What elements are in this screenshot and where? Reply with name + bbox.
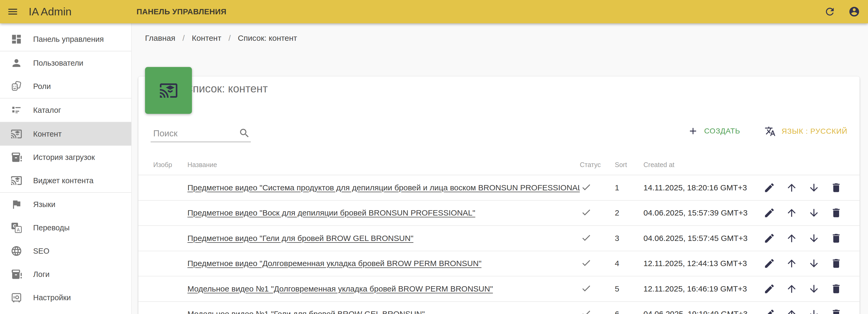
content-item-link[interactable]: Предметное видео "Воск для депиляции бро… [187, 208, 475, 217]
delete-icon [830, 257, 842, 269]
cell-name: Предметное видео "Гели для бровей BROW G… [187, 234, 580, 243]
breadcrumb: Главная/Контент/Список: контент [145, 34, 297, 43]
masks-icon [10, 80, 22, 92]
delete-button[interactable] [830, 283, 842, 295]
sidebar-item-seo[interactable]: SEO [0, 239, 131, 263]
sidebar-menu: Панель управления Пользователи Роли Ката… [0, 23, 131, 309]
move-down-button[interactable] [808, 257, 820, 269]
sidebar-item-users[interactable]: Пользователи [0, 51, 131, 75]
sidebar-item-label: Настройки [33, 293, 71, 302]
delete-button[interactable] [830, 207, 842, 219]
translate-icon [765, 126, 776, 137]
delete-icon [830, 182, 842, 194]
move-up-button[interactable] [786, 283, 798, 295]
edit-button[interactable] [764, 308, 775, 314]
sidebar-item-label: Переводы [33, 223, 70, 232]
sidebar-item-dashboard[interactable]: Панель управления [0, 28, 131, 51]
sidebar-item-content[interactable]: Контент [0, 122, 131, 146]
cell-status [580, 233, 615, 244]
content-item-link[interactable]: Предметное видео "Система продуктов для … [187, 183, 580, 192]
table-row: Предметное видео "Воск для депиляции бро… [138, 201, 860, 226]
move-down-button[interactable] [808, 182, 820, 194]
delete-button[interactable] [830, 308, 842, 314]
delete-button[interactable] [830, 233, 842, 244]
move-up-button[interactable] [786, 233, 798, 244]
breadcrumb-item-2[interactable]: Контент [192, 34, 221, 43]
breadcrumb-item-3: Список: контент [238, 34, 297, 43]
move-down-button[interactable] [808, 308, 820, 314]
cell-name: Предметное видео "Долговременная укладка… [187, 259, 580, 268]
sidebar-item-label: SEO [33, 247, 49, 255]
search-input[interactable] [153, 129, 233, 138]
edit-button[interactable] [764, 207, 775, 219]
sidebar-item-label: История загрузок [33, 153, 95, 162]
sidebar-item-settings[interactable]: Настройки [0, 286, 131, 309]
move-up-button[interactable] [786, 182, 798, 194]
content-item-link[interactable]: Модельное видео №1 "Долговременная уклад… [187, 284, 493, 293]
move-down-button[interactable] [808, 283, 820, 295]
row-actions [758, 283, 860, 295]
list-icon [10, 104, 22, 116]
delete-button[interactable] [830, 257, 842, 269]
arrow-down-icon [808, 233, 820, 244]
account-button[interactable] [848, 6, 860, 18]
delete-icon [830, 207, 842, 219]
move-up-button[interactable] [786, 308, 798, 314]
edit-button[interactable] [764, 233, 775, 244]
cell-created-at: 04.06.2025, 15:57:39 GMT+3 [644, 208, 758, 217]
edit-button[interactable] [764, 182, 775, 194]
cell-sort: 5 [615, 284, 644, 293]
app-bar: IA Admin ПАНЕЛЬ УПРАВЛЕНИЯ [0, 0, 868, 23]
check-icon [581, 207, 591, 218]
cell-status [580, 207, 615, 219]
arrow-down-icon [808, 308, 820, 314]
refresh-button[interactable] [824, 6, 836, 18]
content-item-link[interactable]: Предметное видео "Гели для бровей BROW G… [187, 234, 413, 243]
card-title: Список: контент [185, 82, 268, 95]
move-up-button[interactable] [786, 207, 798, 219]
sidebar-item-catalog[interactable]: Каталог [0, 99, 131, 122]
move-up-button[interactable] [786, 257, 798, 269]
table-row: Предметное видео "Долговременная укладка… [138, 251, 860, 277]
table-row: Модельное видео №1 "Долговременная уклад… [138, 276, 860, 302]
arrow-up-icon [786, 257, 798, 269]
cell-created-at: 04.06.2025, 19:19:49 GMT+3 [644, 310, 758, 314]
breadcrumb-item-1[interactable]: Главная [145, 34, 175, 43]
search-field [151, 119, 251, 142]
language-button[interactable]: ЯЗЫК : РУССКИЙ [762, 124, 850, 138]
column-header-image: Изобр [153, 161, 187, 169]
sidebar-item-translations[interactable]: GA Переводы [0, 216, 131, 239]
edit-icon [764, 182, 775, 194]
menu-button[interactable] [7, 6, 19, 18]
table-row: Предметное видео "Система продуктов для … [138, 175, 860, 201]
table-row: Предметное видео "Гели для бровей BROW G… [138, 226, 860, 251]
cell-sort: 3 [615, 234, 644, 243]
move-down-button[interactable] [808, 207, 820, 219]
content-item-link[interactable]: Предметное видео "Долговременная укладка… [187, 259, 482, 268]
create-button[interactable]: СОЗДАТЬ [685, 124, 743, 138]
sidebar-item-label: Виджет контента [33, 176, 94, 185]
sidebar-item-roles[interactable]: Роли [0, 75, 131, 98]
cell-name: Предметное видео "Система продуктов для … [187, 183, 580, 192]
content-item-link[interactable]: Модельное видео №1 "Гели для бровей BROW… [187, 310, 425, 314]
search-icon[interactable] [239, 127, 250, 139]
content-card: Список: контент СОЗДАТЬ ЯЗЫК : РУССКИЙ И… [138, 76, 860, 314]
edit-button[interactable] [764, 257, 775, 269]
sidebar-item-languages[interactable]: Языки [0, 193, 131, 216]
cell-sort: 2 [615, 208, 644, 217]
arrow-up-icon [786, 233, 798, 244]
sidebar-item-label: Пользователи [33, 59, 83, 68]
sidebar-item-upload-history[interactable]: История загрузок [0, 146, 131, 169]
inventory-icon [10, 151, 22, 163]
svg-text:A: A [17, 228, 20, 233]
edit-button[interactable] [764, 283, 775, 295]
move-down-button[interactable] [808, 233, 820, 244]
sidebar-item-content-widget[interactable]: Виджет контента [0, 169, 131, 192]
sidebar-item-logs[interactable]: Логи [0, 263, 131, 286]
delete-button[interactable] [830, 182, 842, 194]
cell-sort: 6 [615, 310, 644, 314]
cell-created-at: 12.11.2025, 12:44:13 GMT+3 [644, 259, 758, 268]
row-actions [758, 308, 860, 314]
safe-icon [10, 292, 22, 304]
cell-status [580, 182, 615, 194]
